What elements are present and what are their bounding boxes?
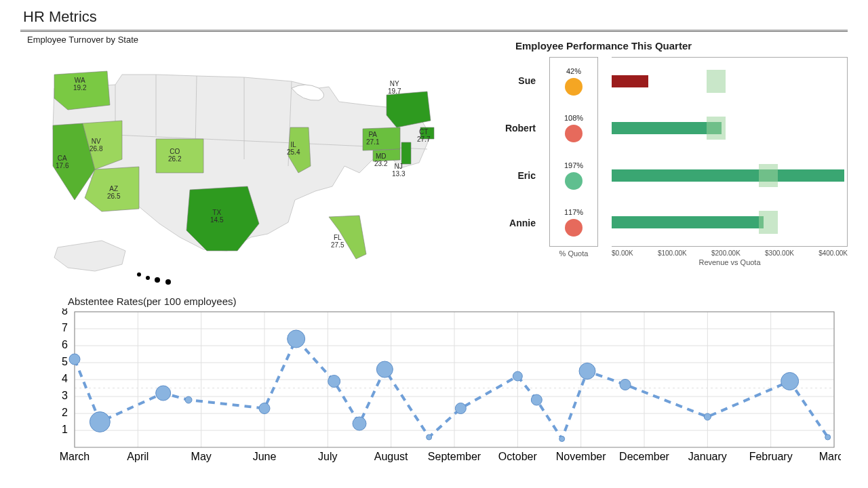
revenue-chart: [612, 57, 848, 247]
svg-text:January: January: [688, 451, 727, 462]
state-label-md: MD23.2: [374, 153, 387, 167]
svg-text:2: 2: [62, 407, 68, 418]
state-label-il: IL25.4: [287, 142, 300, 156]
employee-name: Annie: [495, 218, 536, 228]
absentee-point[interactable]: [288, 330, 305, 348]
svg-text:5: 5: [62, 356, 68, 367]
state-label-nv: NV26.8: [90, 138, 102, 152]
state-label-ca: CA17.6: [56, 155, 68, 169]
quota-marker: [759, 164, 778, 187]
state-label-nj: NJ13.3: [392, 163, 405, 178]
svg-text:February: February: [749, 451, 793, 462]
absentee-point[interactable]: [90, 412, 110, 432]
absentee-point[interactable]: [376, 361, 393, 378]
absentee-line: [75, 339, 828, 439]
absentee-chart: 12345678MarchAprilMayJuneJulyAugustSepte…: [41, 308, 841, 464]
absentee-point[interactable]: [579, 363, 595, 380]
svg-text:August: August: [374, 451, 408, 462]
quota-column: 42%108%197%117%: [549, 57, 598, 247]
axis-tick: $200.00K: [711, 249, 741, 257]
absentee-point[interactable]: [259, 403, 270, 414]
quota-item: 108%: [564, 114, 583, 142]
svg-text:November: November: [556, 451, 606, 462]
revenue-row: [612, 105, 847, 152]
svg-text:June: June: [253, 451, 277, 462]
performance-title: Employee Performance This Quarter: [515, 40, 848, 52]
svg-text:7: 7: [62, 322, 68, 333]
absentee-point[interactable]: [620, 380, 631, 390]
page-title: HR Metrics: [23, 8, 848, 26]
quota-marker: [759, 211, 778, 234]
axis-tick: $300.00K: [765, 249, 794, 257]
revenue-bar[interactable]: [612, 75, 648, 87]
svg-text:September: September: [428, 451, 481, 462]
us-map[interactable]: WA19.2CA17.6NV26.8AZ26.5CO26.2TX14.5IL25…: [20, 47, 468, 291]
absentee-point[interactable]: [781, 373, 799, 390]
revenue-bar[interactable]: [612, 122, 722, 134]
quota-item: 117%: [564, 208, 583, 237]
svg-point-1: [146, 276, 150, 280]
state-label-co: CO26.2: [168, 148, 181, 163]
svg-text:March: March: [819, 451, 841, 462]
revenue-row: [612, 152, 847, 199]
revenue-row: [612, 199, 847, 247]
map-title: Employee Turnover by State: [27, 35, 468, 45]
absentee-point[interactable]: [825, 434, 831, 440]
absentee-point[interactable]: [156, 386, 171, 401]
svg-text:3: 3: [62, 390, 68, 401]
quota-marker: [707, 70, 726, 93]
svg-text:May: May: [191, 451, 212, 462]
state-label-pa: PA27.1: [366, 131, 379, 146]
employee-name: Eric: [495, 170, 536, 181]
absentee-point[interactable]: [328, 375, 340, 388]
state-ny[interactable]: [387, 92, 431, 127]
employee-name: Robert: [495, 123, 536, 134]
svg-text:July: July: [318, 451, 337, 462]
svg-text:October: October: [498, 451, 538, 462]
employee-name: Sue: [495, 75, 536, 86]
absentee-point[interactable]: [427, 434, 432, 440]
state-label-tx: TX14.5: [210, 209, 223, 224]
state-label-ct: CT27.7: [417, 129, 430, 143]
revenue-axis: $0.00K$100.00K$200.00K$300.00K$400.00K: [612, 249, 848, 257]
absentee-point[interactable]: [704, 413, 711, 420]
svg-point-3: [165, 279, 171, 285]
absentee-point[interactable]: [513, 371, 522, 381]
absentee-title: Abstentee Rates(per 100 employees): [68, 296, 848, 307]
quota-item: 42%: [565, 67, 583, 96]
svg-text:December: December: [619, 451, 669, 462]
revenue-row: [612, 58, 847, 105]
state-label-wa: WA19.2: [73, 77, 86, 92]
svg-point-0: [137, 272, 141, 277]
svg-text:4: 4: [62, 373, 68, 384]
state-label-az: AZ26.5: [107, 186, 120, 200]
axis-tick: $0.00K: [612, 249, 633, 257]
svg-text:April: April: [127, 451, 149, 462]
revenue-bar[interactable]: [612, 169, 844, 182]
quota-item: 197%: [564, 161, 583, 190]
state-label-ny: NY19.7: [388, 81, 401, 95]
svg-text:6: 6: [62, 339, 68, 350]
axis-tick: $100.00K: [658, 249, 687, 257]
svg-point-2: [155, 277, 160, 283]
revenue-label: Revenue vs Quota: [612, 258, 848, 266]
absentee-point[interactable]: [353, 417, 366, 430]
absentee-point[interactable]: [69, 354, 80, 365]
quota-label: % Quota: [549, 249, 598, 258]
axis-tick: $400.00K: [818, 249, 848, 257]
svg-text:March: March: [60, 451, 90, 462]
svg-text:1: 1: [62, 424, 68, 435]
employee-names: SueRobertEricAnnie: [495, 57, 536, 247]
svg-text:8: 8: [62, 308, 68, 317]
absentee-point[interactable]: [185, 396, 192, 403]
divider: [20, 30, 848, 32]
absentee-point[interactable]: [559, 436, 565, 442]
absentee-point[interactable]: [455, 403, 466, 414]
revenue-bar[interactable]: [612, 216, 764, 228]
state-label-fl: FL27.5: [331, 235, 344, 249]
absentee-point[interactable]: [531, 394, 542, 405]
state-nj[interactable]: [401, 142, 411, 164]
quota-marker: [707, 117, 726, 140]
